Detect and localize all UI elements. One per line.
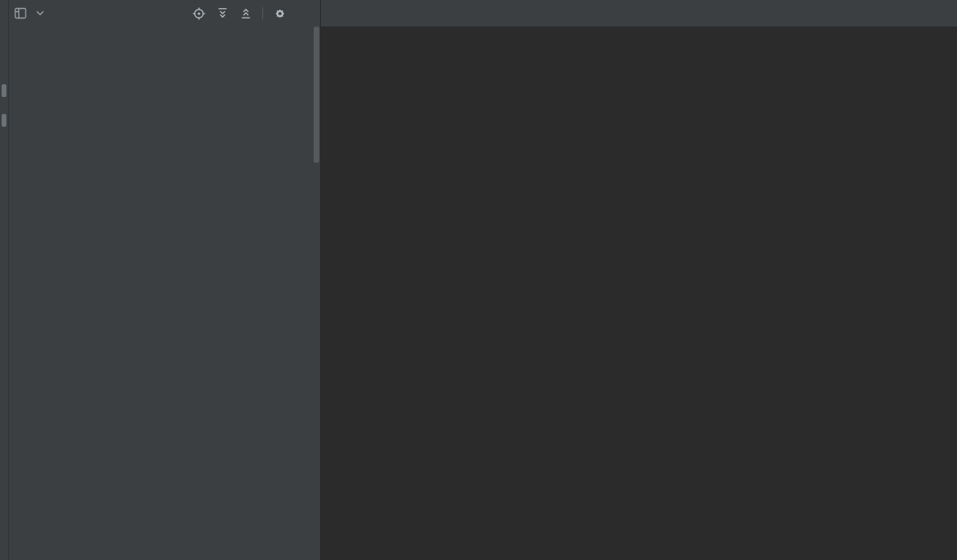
chevron-down-icon[interactable] bbox=[36, 10, 44, 16]
locate-file-button[interactable] bbox=[190, 5, 208, 22]
project-panel-header bbox=[8, 0, 320, 26]
collapse-all-button[interactable] bbox=[237, 5, 254, 22]
project-panel bbox=[8, 0, 321, 560]
project-view-icon[interactable] bbox=[14, 7, 26, 19]
toolbar-divider bbox=[262, 7, 263, 19]
settings-gear-icon[interactable] bbox=[271, 5, 289, 22]
code-editor[interactable] bbox=[321, 26, 957, 560]
hide-panel-button[interactable] bbox=[294, 5, 312, 22]
android-studio-window bbox=[0, 0, 957, 560]
project-tree[interactable] bbox=[8, 26, 320, 560]
tool-window-button-icon[interactable] bbox=[2, 84, 6, 97]
tool-window-button-icon[interactable] bbox=[2, 114, 6, 127]
editor-area bbox=[321, 0, 957, 560]
tree-scrollbar[interactable] bbox=[314, 26, 319, 560]
tool-window-stripe bbox=[0, 0, 9, 560]
code-lines bbox=[321, 26, 957, 53]
expand-all-button[interactable] bbox=[213, 5, 231, 22]
tab-bar bbox=[321, 0, 957, 26]
